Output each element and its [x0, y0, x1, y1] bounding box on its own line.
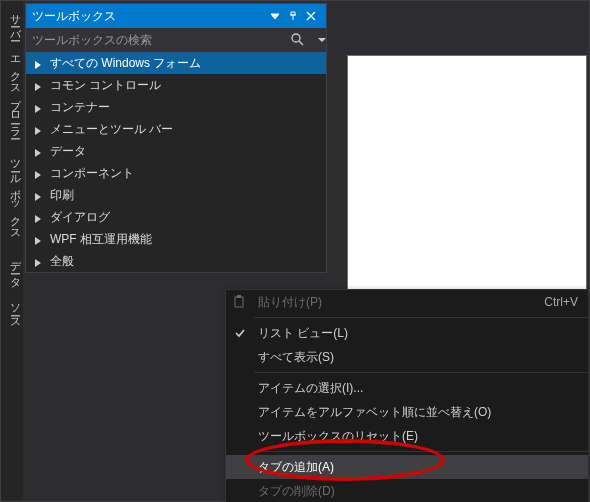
tree-item-5[interactable]: コンポーネント — [26, 162, 326, 184]
tree-item-label: データ — [50, 143, 86, 160]
tree-item-label: コンテナー — [50, 99, 110, 116]
caret-icon — [34, 58, 44, 68]
svg-marker-10 — [35, 215, 41, 223]
svg-point-1 — [292, 34, 300, 42]
menu-reset[interactable]: ツールボックスのリセット(E) — [226, 424, 588, 448]
menu-choose-items[interactable]: アイテムの選択(I)... — [226, 376, 588, 400]
tree-item-label: WPF 相互運用機能 — [50, 231, 152, 248]
menu-delete-tab: タブの削除(D) — [226, 479, 588, 502]
tree-item-label: すべての Windows フォーム — [50, 55, 201, 72]
tree-item-label: コンポーネント — [50, 165, 134, 182]
caret-icon — [34, 146, 44, 156]
search-placeholder: ツールボックスの検索 — [32, 32, 290, 49]
vtab-server-explorer[interactable]: サーバー エクスプローラー — [1, 1, 23, 140]
dropdown-icon[interactable] — [266, 7, 284, 25]
tree-item-7[interactable]: ダイアログ — [26, 206, 326, 228]
caret-icon — [34, 190, 44, 200]
menu-paste-shortcut: Ctrl+V — [544, 295, 588, 309]
menu-add-tab[interactable]: タブの追加(A) — [226, 455, 588, 479]
caret-icon — [34, 256, 44, 266]
svg-marker-5 — [35, 105, 41, 113]
tree-item-8[interactable]: WPF 相互運用機能 — [26, 228, 326, 250]
svg-marker-9 — [35, 193, 41, 201]
tree-item-4[interactable]: データ — [26, 140, 326, 162]
vertical-tab-strip: サーバー エクスプローラー ツールボックス データ ソース — [1, 1, 23, 501]
search-dropdown-icon[interactable] — [304, 32, 320, 48]
svg-line-2 — [299, 41, 303, 45]
svg-marker-7 — [35, 149, 41, 157]
tree-item-2[interactable]: コンテナー — [26, 96, 326, 118]
caret-icon — [34, 80, 44, 90]
toolbox-tree: すべての Windows フォームコモン コントロールコンテナーメニューとツール… — [26, 52, 326, 272]
tree-item-label: 全般 — [50, 253, 74, 270]
toolbox-title: ツールボックス — [32, 8, 266, 25]
pin-icon[interactable] — [284, 7, 302, 25]
menu-show-all-label: すべて表示(S) — [254, 349, 588, 366]
svg-marker-8 — [35, 171, 41, 179]
menu-sort-alpha[interactable]: アイテムをアルファベット順に並べ替え(O) — [226, 400, 588, 424]
vtab-data-sources[interactable]: データ ソース — [1, 248, 23, 331]
tree-item-label: メニューとツール バー — [50, 121, 173, 138]
svg-rect-13 — [235, 297, 243, 307]
vtab-toolbox[interactable]: ツールボックス — [1, 146, 23, 242]
paste-icon — [226, 290, 254, 314]
check-icon — [226, 321, 254, 345]
svg-marker-3 — [35, 61, 41, 69]
tree-item-1[interactable]: コモン コントロール — [26, 74, 326, 96]
svg-marker-4 — [35, 83, 41, 91]
menu-choose-items-label: アイテムの選択(I)... — [254, 380, 588, 397]
menu-delete-tab-label: タブの削除(D) — [254, 483, 588, 500]
menu-paste: 貼り付け(P) Ctrl+V — [226, 290, 588, 314]
svg-marker-11 — [35, 237, 41, 245]
caret-icon — [34, 124, 44, 134]
menu-show-all[interactable]: すべて表示(S) — [226, 345, 588, 369]
tree-item-6[interactable]: 印刷 — [26, 184, 326, 206]
caret-icon — [34, 168, 44, 178]
menu-list-view[interactable]: リスト ビュー(L) — [226, 321, 588, 345]
tree-item-9[interactable]: 全般 — [26, 250, 326, 272]
search-icon[interactable] — [290, 32, 304, 49]
tree-item-label: ダイアログ — [50, 209, 110, 226]
svg-marker-0 — [271, 14, 279, 19]
caret-icon — [34, 234, 44, 244]
context-menu: 貼り付け(P) Ctrl+V リスト ビュー(L) すべて表示(S) アイテムの… — [225, 289, 589, 502]
menu-list-view-label: リスト ビュー(L) — [254, 325, 588, 342]
caret-icon — [34, 102, 44, 112]
tree-item-0[interactable]: すべての Windows フォーム — [26, 52, 326, 74]
toolbox-panel: ツールボックス ツールボックスの検索 すべての Windows フォームコモン … — [25, 3, 327, 273]
menu-add-tab-label: タブの追加(A) — [254, 459, 588, 476]
menu-sort-alpha-label: アイテムをアルファベット順に並べ替え(O) — [254, 404, 588, 421]
tree-item-label: 印刷 — [50, 187, 74, 204]
app-frame: サーバー エクスプローラー ツールボックス データ ソース ツールボックス ツー… — [0, 0, 590, 502]
tree-item-3[interactable]: メニューとツール バー — [26, 118, 326, 140]
svg-marker-12 — [35, 259, 41, 267]
tree-item-label: コモン コントロール — [50, 77, 161, 94]
menu-separator — [254, 372, 588, 373]
svg-marker-6 — [35, 127, 41, 135]
toolbox-search[interactable]: ツールボックスの検索 — [26, 28, 326, 52]
toolbox-titlebar[interactable]: ツールボックス — [26, 4, 326, 28]
svg-rect-14 — [237, 295, 241, 298]
menu-reset-label: ツールボックスのリセット(E) — [254, 428, 588, 445]
menu-separator — [254, 317, 588, 318]
close-icon[interactable] — [302, 7, 320, 25]
menu-paste-label: 貼り付け(P) — [254, 294, 544, 311]
menu-separator — [254, 451, 588, 452]
caret-icon — [34, 212, 44, 222]
